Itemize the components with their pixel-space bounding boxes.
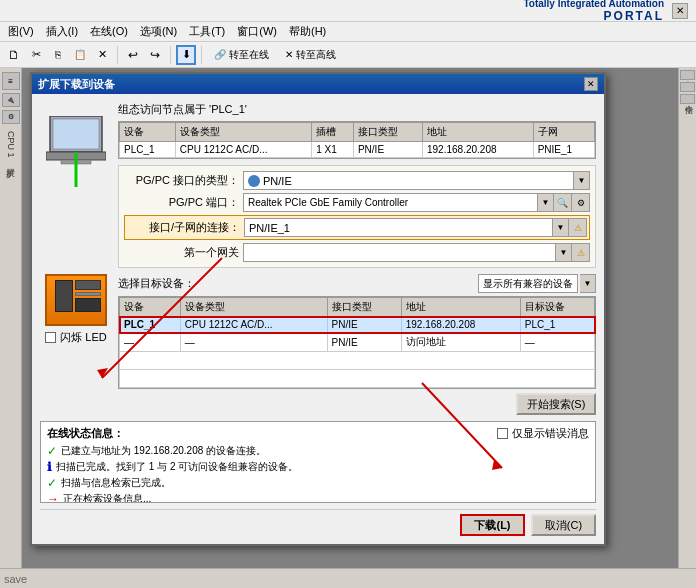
top-row-addr: 192.168.20.208 [423,142,534,158]
status-icon-4: → [47,492,59,503]
sidebar-icon-2[interactable]: 🔌 [2,93,20,107]
subnet-value: PN/IE_1 [249,222,290,234]
subnet-input[interactable]: PN/IE_1 [244,218,553,237]
target-r2-target: — [520,333,594,352]
menu-item-help[interactable]: 帮助(H) [283,22,332,41]
toolbar-btn-delete[interactable]: ✕ [92,45,112,65]
display-dropdown[interactable]: ▼ [580,274,596,293]
status-item-4: → 正在检索设备信息... [47,492,589,503]
top-row-device: PLC_1 [120,142,176,158]
target-table: 设备 设备类型 接口类型 地址 目标设备 [119,297,595,388]
status-text-2: 扫描已完成。找到了 1 与 2 可访问设备组兼容的设备。 [56,460,298,474]
toolbar-btn-download[interactable]: ⬇ [176,45,196,65]
target-col-type: 设备类型 [180,298,327,317]
toolbar-sep-2 [170,46,171,64]
menu-item-window[interactable]: 窗口(W) [231,22,283,41]
subnet-label: 接口/子网的连接： [127,220,240,235]
pgpc-port-label: PG/PC 端口： [124,195,239,210]
status-text-4: 正在检索设备信息... [63,492,151,503]
menu-item-insert[interactable]: 插入(I) [40,22,84,41]
toolbar-btn-go-offline[interactable]: ✕ 转至高线 [278,45,343,65]
target-table-container: 设备 设备类型 接口类型 地址 目标设备 [118,296,596,389]
group-label: 组态访问节点属于 'PLC_1' [118,102,596,117]
top-table-row-1[interactable]: PLC_1 CPU 1212C AC/D... 1 X1 PN/IE 192.1… [120,142,595,158]
window-close-btn[interactable]: ✕ [672,3,688,19]
flash-led-checkbox[interactable] [45,332,56,343]
sidebar-icon-3[interactable]: ⚙ [2,110,20,124]
pgpc-iface-label: PG/PC 接口的类型： [124,173,239,188]
top-row-iface: PN/IE [353,142,422,158]
target-row-empty-2[interactable] [120,370,595,388]
col-type: 设备类型 [175,123,311,142]
form-section: PG/PC 接口的类型： PN/IE ▼ [118,165,596,268]
toolbar-btn-undo[interactable]: ↩ [123,45,143,65]
right-tab-2[interactable]: 库 [680,82,695,92]
target-r1-target: PLC_1 [520,317,594,333]
col-iface-type: 接口类型 [353,123,422,142]
pgpc-iface-value: PN/IE [263,175,292,187]
menu-item-options[interactable]: 选项(N) [134,22,183,41]
pgpc-port-btn-1[interactable]: 🔍 [554,193,572,212]
toolbar-btn-copy[interactable]: ⎘ [48,45,68,65]
target-col-device: 设备 [120,298,181,317]
search-btn[interactable]: 开始搜索(S) [516,393,596,415]
sidebar-label-cpu: CPU 1 [6,131,16,158]
sidebar-icon-1[interactable]: ≡ [2,72,20,90]
cancel-btn[interactable]: 取消(C) [531,514,596,536]
dialog-close-btn[interactable]: ✕ [584,77,598,91]
plc-icon [45,274,107,326]
target-r1-addr: 192.168.20.208 [401,317,520,333]
col-subnet: 子网 [533,123,594,142]
left-sidebar: ≡ 🔌 ⚙ CPU 1 扩展 [0,68,22,568]
target-row-empty-1[interactable] [120,352,595,370]
pgpc-port-input[interactable]: Realtek PCIe GbE Family Controller [243,193,538,212]
toolbar-sep-3 [201,46,202,64]
subnet-btn[interactable]: ⚠ [569,218,587,237]
display-select[interactable]: 显示所有兼容的设备 [478,274,578,293]
top-row-subnet: PNIE_1 [533,142,594,158]
target-col-addr: 地址 [401,298,520,317]
device-icon-area [40,102,112,268]
col-addr: 地址 [423,123,534,142]
toolbar-btn-go-online[interactable]: 🔗 转至在线 [207,45,276,65]
toolbar-btn-paste[interactable]: 📋 [70,45,90,65]
menu-bar: 图(V) 插入(I) 在线(O) 选项(N) 工具(T) 窗口(W) 帮助(H) [0,22,696,42]
right-tab-1[interactable]: 任务 [680,70,695,80]
status-section: 在线状态信息： 仅显示错误消息 ✓ 已建立与地址为 192.168.20.208… [40,421,596,503]
toolbar-btn-cut[interactable]: ✂ [26,45,46,65]
pgpc-port-btn-2[interactable]: ⚙ [572,193,590,212]
menu-item-online[interactable]: 在线(O) [84,22,134,41]
download-btn[interactable]: 下载(L) [460,514,525,536]
status-item-1: ✓ 已建立与地址为 192.168.20.208 的设备连接。 [47,444,589,458]
toolbar-btn-new[interactable]: 🗋 [4,45,24,65]
status-bar-save: save [4,573,27,585]
toolbar-btn-redo[interactable]: ↪ [145,45,165,65]
target-r2-type: — [180,333,327,352]
target-r1-device: PLC_1 [120,317,181,333]
pgpc-iface-input[interactable]: PN/IE [243,171,574,190]
tia-brand-portal: PORTAL [523,9,664,23]
status-text-3: 扫描与信息检索已完成。 [61,476,171,490]
toolbar-sep-1 [117,46,118,64]
target-row-1[interactable]: PLC_1 CPU 1212C AC/D... PN/IE 192.168.20… [120,317,595,333]
top-table: 设备 设备类型 插槽 接口类型 地址 子网 [119,122,595,158]
pgpc-port-dropdown[interactable]: ▼ [538,193,554,212]
target-r1-type: CPU 1212C AC/D... [180,317,327,333]
right-tab-3[interactable]: 指令 [680,94,695,104]
target-r2-device: — [120,333,181,352]
show-errors-checkbox[interactable] [497,428,508,439]
subnet-dropdown[interactable]: ▼ [553,218,569,237]
menu-item-tools[interactable]: 工具(T) [183,22,231,41]
flash-led-label: 闪烁 LED [60,330,106,345]
gateway-input[interactable] [243,243,556,262]
pgpc-iface-dropdown[interactable]: ▼ [574,171,590,190]
show-errors-label: 仅显示错误消息 [512,426,589,441]
gateway-label: 第一个网关 [124,245,239,260]
gateway-dropdown[interactable]: ▼ [556,243,572,262]
col-slot: 插槽 [312,123,354,142]
menu-item-view[interactable]: 图(V) [2,22,40,41]
status-icon-2: ℹ [47,460,52,474]
target-row-2[interactable]: — — PN/IE 访问地址 — [120,333,595,352]
gateway-btn[interactable]: ⚠ [572,243,590,262]
tia-brand-title: Totally Integrated Automation [523,0,664,9]
